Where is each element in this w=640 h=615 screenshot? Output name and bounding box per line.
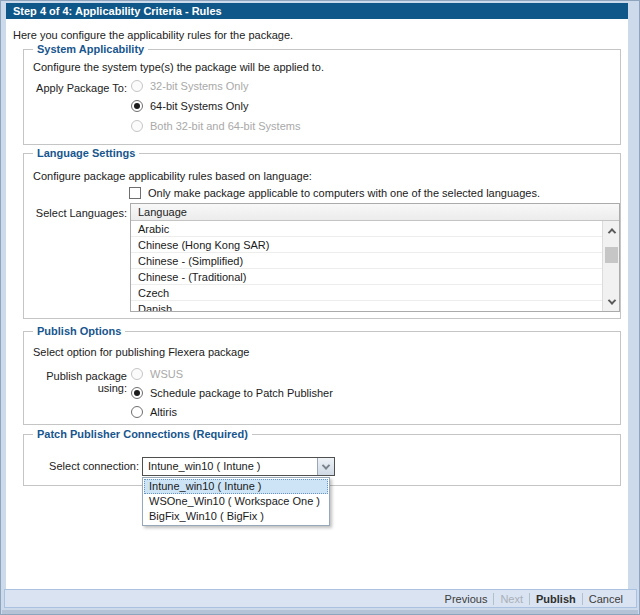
language-row-czech[interactable]: Czech xyxy=(131,285,619,301)
language-settings-description: Configure package applicability rules ba… xyxy=(33,170,312,182)
connection-combobox-value: Intune_win10 ( Intune ) xyxy=(143,458,317,475)
footer-divider xyxy=(493,593,494,605)
system-applicability-description: Configure the system type(s) the package… xyxy=(33,61,324,73)
group-language-settings: Language Settings Configure package appl… xyxy=(23,153,621,319)
radio-label-32bit: 32-bit Systems Only xyxy=(150,80,248,92)
wizard-intro-text: Here you configure the applicability rul… xyxy=(13,29,293,41)
publish-options-description: Select option for publishing Flexera pac… xyxy=(33,346,249,358)
language-filter-checkbox-label: Only make package applicable to computer… xyxy=(148,187,540,199)
next-button: Next xyxy=(500,593,523,605)
radio-option-64bit[interactable]: 64-bit Systems Only xyxy=(131,100,248,112)
radio-option-patch-publisher[interactable]: Schedule package to Patch Publisher xyxy=(131,387,333,399)
group-patch-publisher-connections: Patch Publisher Connections (Required) S… xyxy=(23,434,621,486)
radio-icon-patch-publisher[interactable] xyxy=(131,387,143,399)
group-title-system-applicability: System Applicability xyxy=(33,43,148,55)
radio-option-both[interactable]: Both 32-bit and 64-bit Systems xyxy=(131,120,300,132)
radio-label-both: Both 32-bit and 64-bit Systems xyxy=(150,120,300,132)
language-list: Language Arabic Chinese (Hong Kong SAR) … xyxy=(130,203,620,312)
radio-icon-altiris[interactable] xyxy=(131,406,143,418)
publish-button[interactable]: Publish xyxy=(536,593,576,605)
wizard-window: Step 4 of 4: Applicability Criteria - Ru… xyxy=(0,0,640,615)
checkbox-icon-language-filter[interactable] xyxy=(129,187,141,199)
language-row-danish[interactable]: Danish xyxy=(131,301,619,312)
cancel-button[interactable]: Cancel xyxy=(589,593,623,605)
dropdown-item-bigfix[interactable]: BigFix_Win10 ( BigFix ) xyxy=(144,509,328,524)
language-list-scrollbar[interactable] xyxy=(602,221,619,311)
language-row-chinese-simplified[interactable]: Chinese - (Simplified) xyxy=(131,253,619,269)
scrollbar-up-button[interactable] xyxy=(603,223,620,238)
language-row-arabic[interactable]: Arabic xyxy=(131,221,619,237)
language-row-chinese-hk[interactable]: Chinese (Hong Kong SAR) xyxy=(131,237,619,253)
window-bottom-frame xyxy=(2,610,638,615)
wizard-title: Step 4 of 4: Applicability Criteria - Ru… xyxy=(6,3,628,19)
radio-icon-64bit[interactable] xyxy=(131,100,143,112)
radio-icon-32bit[interactable] xyxy=(131,80,143,92)
wizard-content: Step 4 of 4: Applicability Criteria - Ru… xyxy=(6,3,628,589)
group-title-patch-publisher-connections: Patch Publisher Connections (Required) xyxy=(33,428,252,440)
radio-label-64bit: 64-bit Systems Only xyxy=(150,100,248,112)
radio-icon-wsus[interactable] xyxy=(131,368,143,380)
footer-divider xyxy=(582,593,583,605)
language-filter-checkbox-row[interactable]: Only make package applicable to computer… xyxy=(129,187,540,199)
group-system-applicability: System Applicability Configure the syste… xyxy=(23,49,621,145)
select-connection-label: Select connection: xyxy=(24,460,139,472)
connection-dropdown-list: Intune_win10 ( Intune ) WSOne_Win10 ( Wo… xyxy=(142,477,330,526)
scrollbar-thumb[interactable] xyxy=(605,247,618,263)
group-title-language-settings: Language Settings xyxy=(33,147,139,159)
radio-option-wsus[interactable]: WSUS xyxy=(131,368,183,380)
language-column-header[interactable]: Language xyxy=(131,204,619,221)
dropdown-item-workspace-one[interactable]: WSOne_Win10 ( Workspace One ) xyxy=(144,494,328,509)
chevron-up-icon xyxy=(607,228,615,236)
scrollbar-down-button[interactable] xyxy=(603,294,620,309)
group-publish-options: Publish Options Select option for publis… xyxy=(23,331,621,425)
footer-bar: Previous Next Publish Cancel xyxy=(4,589,637,608)
radio-label-altiris: Altiris xyxy=(150,406,177,418)
radio-option-altiris[interactable]: Altiris xyxy=(131,406,177,418)
connection-combobox-dropdown-button[interactable] xyxy=(317,458,334,475)
radio-label-wsus: WSUS xyxy=(150,368,183,380)
radio-icon-both[interactable] xyxy=(131,120,143,132)
group-title-publish-options: Publish Options xyxy=(33,325,125,337)
publish-package-using-label: Publish package using: xyxy=(24,370,127,394)
chevron-down-icon xyxy=(607,296,615,304)
chevron-down-icon xyxy=(322,461,330,469)
language-row-chinese-traditional[interactable]: Chinese - (Traditional) xyxy=(131,269,619,285)
previous-button[interactable]: Previous xyxy=(445,593,488,605)
apply-package-to-label: Apply Package To: xyxy=(24,82,127,94)
select-languages-label: Select Languages: xyxy=(24,207,127,219)
radio-label-patch-publisher: Schedule package to Patch Publisher xyxy=(150,387,333,399)
footer-divider xyxy=(529,593,530,605)
connection-combobox[interactable]: Intune_win10 ( Intune ) xyxy=(142,457,335,476)
radio-option-32bit[interactable]: 32-bit Systems Only xyxy=(131,80,248,92)
dropdown-item-intune[interactable]: Intune_win10 ( Intune ) xyxy=(144,479,328,494)
